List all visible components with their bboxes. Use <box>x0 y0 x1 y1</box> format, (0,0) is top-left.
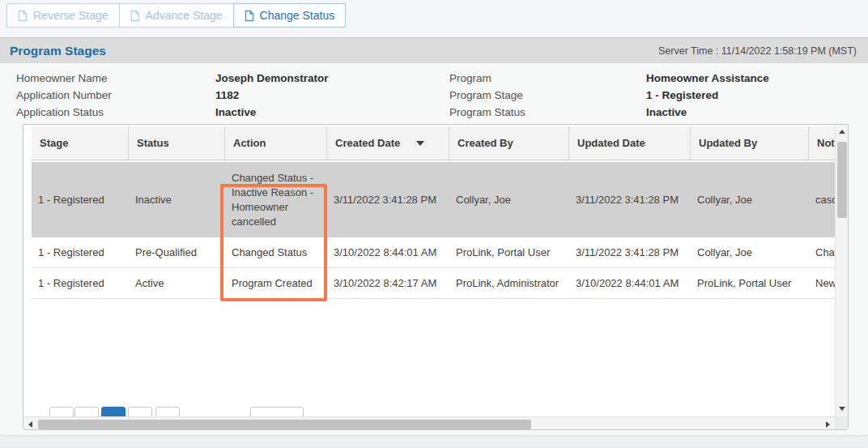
cell-status: Pre-Qualified <box>129 237 225 267</box>
advance-stage-button[interactable]: Advance Stage <box>119 3 234 28</box>
cell-updated-by: ProLink, Portal User <box>691 268 809 298</box>
cell-created-by: ProLink, Administrator <box>449 268 569 298</box>
table-row[interactable]: 1 - Registered Active Program Created 3/… <box>32 268 835 299</box>
arrow-left-icon <box>28 421 32 428</box>
table-row-selected[interactable]: 1 - Registered Inactive Changed Status -… <box>32 162 835 237</box>
cell-stage: 1 - Registered <box>32 268 129 298</box>
advance-stage-label: Advance Stage <box>146 9 223 22</box>
column-header-status[interactable]: Status <box>129 126 225 160</box>
column-header-action[interactable]: Action <box>225 126 327 160</box>
document-icon <box>18 10 28 22</box>
summary-row-2: Application Number 1182 Program Stage 1 … <box>0 89 868 105</box>
vertical-scrollbar-thumb[interactable] <box>837 142 847 218</box>
column-header-stage[interactable]: Stage <box>32 126 129 160</box>
page-title: Program Stages <box>10 44 106 58</box>
vertical-scrollbar[interactable] <box>835 125 849 416</box>
cell-action: Changed Status - Inactive Reason - Homeo… <box>225 162 327 237</box>
horizontal-scrollbar[interactable] <box>23 416 835 430</box>
cell-updated-date: 3/10/2022 8:44:01 AM <box>569 268 691 298</box>
stage-history-grid: Stage Status Action Created Date Created… <box>23 124 849 430</box>
document-icon <box>245 10 254 22</box>
toolbar-buttons: Reverse Stage Advance Stage Change Statu… <box>6 3 346 28</box>
column-header-notes[interactable]: Notes <box>809 126 835 160</box>
sort-descending-icon <box>416 141 424 146</box>
application-number-label: Application Number <box>16 89 112 101</box>
program-stage-label: Program Stage <box>449 89 523 101</box>
cell-status: Inactive <box>129 162 225 237</box>
column-header-updated-by[interactable]: Updated By <box>691 126 809 160</box>
cell-updated-date: 3/11/2022 3:41:28 PM <box>569 162 691 237</box>
change-status-label: Change Status <box>260 9 335 22</box>
arrow-down-icon <box>839 407 845 411</box>
cell-status: Active <box>129 268 225 298</box>
program-status-label: Program Status <box>449 106 525 118</box>
grid-header-row: Stage Status Action Created Date Created… <box>32 126 835 160</box>
application-number-value: 1182 <box>215 89 239 101</box>
horizontal-scrollbar-thumb[interactable] <box>38 420 531 429</box>
program-status-value: Inactive <box>646 106 687 118</box>
homeowner-name-value: Joseph Demonstrator <box>215 72 329 84</box>
homeowner-name-label: Homeowner Name <box>16 72 108 84</box>
cell-created-date: 3/10/2022 8:44:01 AM <box>327 237 449 267</box>
cell-notes: New <box>809 268 835 298</box>
application-status-label: Application Status <box>16 106 104 118</box>
grid-body: 1 - Registered Inactive Changed Status -… <box>32 162 835 299</box>
cell-updated-date: 3/11/2022 3:41:28 PM <box>569 237 691 267</box>
table-row[interactable]: 1 - Registered Pre-Qualified Changed Sta… <box>32 237 835 268</box>
program-label: Program <box>449 72 491 84</box>
server-time: Server Time : 11/14/2022 1:58:19 PM (MST… <box>658 45 857 57</box>
scrollbar-corner <box>835 416 849 430</box>
cell-created-by: Collyar, Joe <box>449 162 569 237</box>
application-status-value: Inactive <box>215 106 256 118</box>
scroll-right-button[interactable] <box>821 417 835 430</box>
cell-notes: Cha <box>809 237 835 267</box>
reverse-stage-button[interactable]: Reverse Stage <box>6 3 120 28</box>
scroll-up-button[interactable] <box>836 125 849 139</box>
arrow-right-icon <box>826 421 830 428</box>
program-stages-panel: Homeowner Name Joseph Demonstrator Progr… <box>0 63 868 435</box>
cell-updated-by: Collyar, Joe <box>691 237 809 267</box>
scroll-left-button[interactable] <box>23 417 37 430</box>
cell-created-by: ProLink, Portal User <box>449 237 569 267</box>
arrow-up-icon <box>839 130 845 134</box>
scroll-down-button[interactable] <box>836 402 849 416</box>
summary-row-1: Homeowner Name Joseph Demonstrator Progr… <box>0 72 868 88</box>
toolbar: Reverse Stage Advance Stage Change Statu… <box>0 0 868 37</box>
cell-created-date: 3/11/2022 3:41:28 PM <box>327 162 449 237</box>
summary-row-3: Application Status Inactive Program Stat… <box>0 106 868 122</box>
titlebar: Program Stages Server Time : 11/14/2022 … <box>0 37 868 63</box>
column-header-created-by[interactable]: Created By <box>449 126 569 160</box>
program-stage-value: 1 - Registered <box>646 89 718 101</box>
program-stages-screen: Reverse Stage Advance Stage Change Statu… <box>0 0 868 448</box>
cell-created-date: 3/10/2022 8:42:17 AM <box>327 268 449 298</box>
program-value: Homeowner Assistance <box>646 72 769 84</box>
column-header-created-date[interactable]: Created Date <box>327 126 449 160</box>
reverse-stage-label: Reverse Stage <box>33 9 108 22</box>
cell-action: Program Created <box>225 268 327 298</box>
cell-stage: 1 - Registered <box>32 162 129 237</box>
document-icon <box>130 10 140 22</box>
cell-updated-by: Collyar, Joe <box>691 162 809 237</box>
change-status-button[interactable]: Change Status <box>233 3 347 28</box>
cell-action: Changed Status <box>225 237 327 267</box>
cell-notes: casc <box>809 162 835 237</box>
cell-stage: 1 - Registered <box>32 237 129 267</box>
column-header-updated-date[interactable]: Updated Date <box>569 126 691 160</box>
